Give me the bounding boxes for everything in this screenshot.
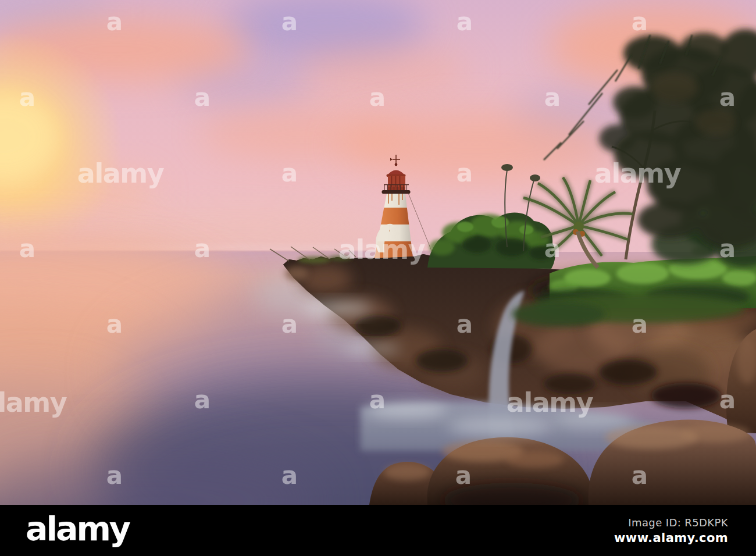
footer-bar: alamy Image ID: R5DKPK www.alamy.com bbox=[0, 505, 756, 556]
scene-graphic bbox=[0, 0, 756, 505]
alamy-url: www.alamy.com bbox=[614, 531, 728, 545]
stock-photo-page: alamyalamyalamyalamyalamyaaaaaaaaaaaaaaa… bbox=[0, 0, 756, 556]
image-id-label: Image ID: R5DKPK bbox=[614, 516, 728, 529]
photo: alamyalamyalamyalamyalamyaaaaaaaaaaaaaaa… bbox=[0, 0, 756, 505]
footer-meta: Image ID: R5DKPK www.alamy.com bbox=[614, 516, 728, 545]
alamy-logo: alamy bbox=[26, 509, 129, 548]
lighthouse-lantern bbox=[387, 170, 406, 191]
